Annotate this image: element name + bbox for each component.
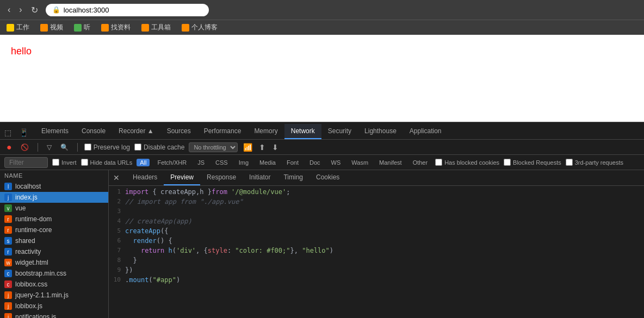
bookmark-video[interactable]: 视频 [38, 22, 65, 33]
list-item[interactable]: r runtime-core [0, 225, 108, 235]
code-line: 10 .mount("#app") [109, 276, 644, 286]
close-panel-button[interactable]: ✕ [109, 171, 124, 184]
list-item[interactable]: j jquery-2.1.1.min.js [0, 290, 108, 301]
tab-recorder[interactable]: Recorder ▲ [112, 124, 160, 139]
wifi-icon-button[interactable]: 📶 [242, 142, 253, 153]
tab-elements[interactable]: Elements [35, 124, 75, 139]
tab-headers[interactable]: Headers [126, 170, 164, 185]
tab-performance[interactable]: Performance [197, 124, 248, 139]
tab-cookies[interactable]: Cookies [309, 170, 346, 185]
has-blocked-cookies-label[interactable]: Has blocked cookies [435, 159, 499, 166]
forward-button[interactable]: › [16, 4, 25, 16]
file-icon: v [4, 204, 12, 212]
preserve-log-checkbox[interactable] [84, 144, 91, 151]
hello-text: hello [11, 46, 32, 57]
hide-data-urls-checkbox[interactable] [81, 159, 88, 166]
tab-lighthouse[interactable]: Lighthouse [358, 124, 403, 139]
disable-cache-label[interactable]: Disable cache [134, 144, 184, 151]
file-name: index.js [15, 194, 38, 201]
upload-icon-button[interactable]: ⬆ [258, 142, 267, 153]
hide-data-urls-text: Hide data URLs [90, 159, 133, 166]
secure-icon: 🔒 [52, 6, 60, 14]
filter-input[interactable] [4, 157, 48, 168]
file-icon: j [4, 194, 12, 201]
list-item[interactable]: j index.js [0, 192, 108, 203]
filter-chip-wasm[interactable]: Wasm [348, 159, 371, 166]
list-item[interactable]: l localhost [0, 181, 108, 192]
preserve-log-label[interactable]: Preserve log [84, 144, 130, 151]
bookmark-work[interactable]: 工作 [4, 22, 32, 33]
hide-data-urls-label[interactable]: Hide data URLs [81, 159, 133, 166]
tab-console[interactable]: Console [75, 124, 112, 139]
invert-checkbox[interactable] [52, 159, 59, 166]
devtools-panel: ⬚ 📱 Elements Console Recorder ▲ Sources … [0, 122, 644, 318]
network-filter-bar: Invert Hide data URLs All Fetch/XHR JS C… [0, 155, 644, 170]
bookmark-tools[interactable]: 工具箱 [139, 22, 173, 33]
filter-chip-ws[interactable]: WS [328, 159, 344, 166]
tab-timing[interactable]: Timing [277, 170, 309, 185]
file-icon: r [4, 226, 12, 234]
blocked-requests-label[interactable]: Blocked Requests [504, 159, 561, 166]
list-item[interactable]: s shared [0, 235, 108, 246]
filter-chip-img[interactable]: Img [236, 159, 252, 166]
file-list-header: Name [0, 170, 108, 181]
device-icon[interactable]: 📱 [17, 126, 30, 139]
has-blocked-cookies-checkbox[interactable] [435, 159, 442, 166]
line-number: 7 [109, 247, 125, 257]
filter-chip-font[interactable]: Font [283, 159, 302, 166]
search-button[interactable]: 🔍 [58, 142, 71, 152]
tab-application[interactable]: Application [403, 124, 448, 139]
tab-preview[interactable]: Preview [164, 170, 200, 185]
blocked-requests-checkbox[interactable] [504, 159, 511, 166]
file-name: shared [15, 237, 35, 245]
line-code: } [125, 257, 644, 266]
bookmark-blog[interactable]: 个人博客 [179, 22, 220, 33]
filter-chip-media[interactable]: Media [256, 159, 279, 166]
address-bar[interactable]: 🔒 localhost:3000 [46, 4, 209, 16]
filter-chip-js[interactable]: JS [194, 159, 208, 166]
list-item[interactable]: c lobibox.css [0, 279, 108, 290]
list-item[interactable]: j lobibox.js [0, 301, 108, 311]
third-party-label[interactable]: 3rd-party requests [566, 159, 623, 166]
download-icon-button[interactable]: ⬇ [271, 142, 280, 153]
clear-button[interactable]: 🚫 [18, 142, 31, 152]
filter-chip-manifest[interactable]: Manifest [376, 159, 405, 166]
line-code: // createApp(app) [125, 217, 644, 227]
bookmark-listen[interactable]: 听 [72, 22, 92, 33]
line-code: createApp({ [125, 227, 644, 237]
list-item[interactable]: w widget.html [0, 257, 108, 268]
bookmark-research[interactable]: 找资料 [99, 22, 133, 33]
filter-chip-other[interactable]: Other [410, 159, 431, 166]
tab-memory[interactable]: Memory [247, 124, 284, 139]
tab-response[interactable]: Response [200, 170, 243, 185]
list-item[interactable]: v vue [0, 203, 108, 214]
tab-sources[interactable]: Sources [160, 124, 197, 139]
file-name: vue [15, 204, 26, 212]
file-name: runtime-core [15, 226, 52, 234]
page-content: hello [0, 35, 644, 122]
filter-chip-fetch[interactable]: Fetch/XHR [154, 159, 190, 166]
inspect-icon[interactable]: ⬚ [2, 126, 14, 139]
disable-cache-checkbox[interactable] [134, 144, 141, 151]
record-button[interactable]: ● [4, 141, 14, 153]
tab-security[interactable]: Security [321, 124, 358, 139]
tab-network[interactable]: Network [284, 124, 321, 139]
back-button[interactable]: ‹ [4, 4, 14, 16]
bookmark-label: 视频 [50, 23, 63, 32]
throttle-select[interactable]: No throttling Fast 3G Slow 3G Offline [189, 142, 238, 152]
list-item[interactable]: r runtime-dom [0, 214, 108, 225]
bookmark-label: 个人博客 [191, 23, 218, 32]
list-item[interactable]: c bootstrap.min.css [0, 268, 108, 279]
invert-checkbox-label[interactable]: Invert [52, 159, 77, 166]
list-item[interactable]: r reactivity [0, 246, 108, 257]
filter-chip-all[interactable]: All [137, 159, 150, 166]
bookmark-icon [141, 24, 149, 32]
filter-button[interactable]: ▽ [45, 142, 54, 152]
tab-initiator[interactable]: Initiator [243, 170, 277, 185]
filter-chip-css[interactable]: CSS [212, 159, 231, 166]
filter-chip-doc[interactable]: Doc [306, 159, 324, 166]
list-item[interactable]: j notifications.js [0, 311, 108, 318]
reload-button[interactable]: ↻ [28, 4, 41, 16]
third-party-checkbox[interactable] [566, 159, 573, 166]
code-content: 1 import { createApp,h }from '/@module/v… [109, 186, 644, 318]
